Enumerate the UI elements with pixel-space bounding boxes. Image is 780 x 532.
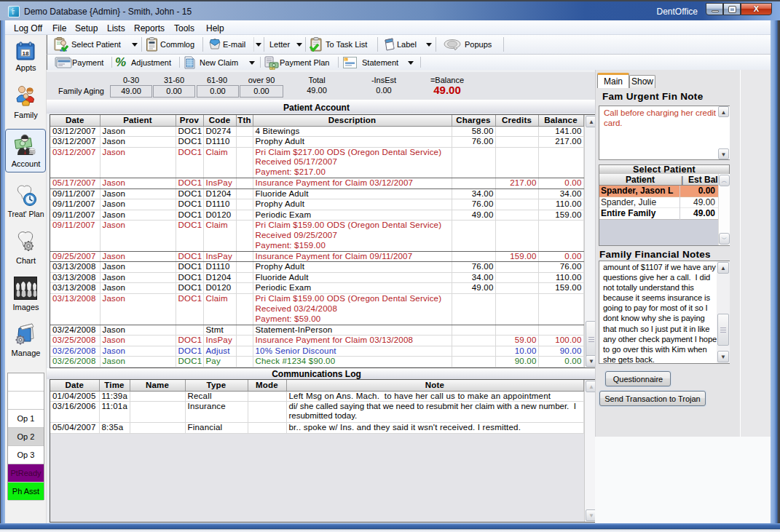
svg-text:18: 18 <box>23 50 29 57</box>
